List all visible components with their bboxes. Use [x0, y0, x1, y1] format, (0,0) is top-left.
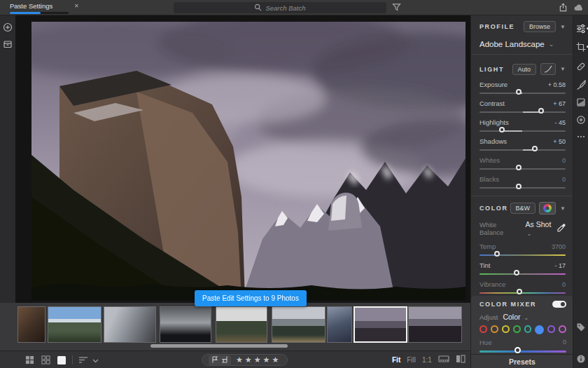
slider-value: + 67	[553, 100, 566, 107]
contrast-slider[interactable]: Contrast+ 67	[479, 100, 566, 113]
more-options-icon[interactable]	[576, 132, 586, 142]
crop-icon[interactable]	[576, 42, 586, 52]
photo-canvas	[15, 15, 470, 303]
vibrance-slider[interactable]: Vibrance0	[479, 280, 566, 294]
yellow-swatch[interactable]	[502, 325, 510, 333]
slider-thumb[interactable]	[494, 251, 500, 257]
one-to-one-button[interactable]: 1:1	[422, 356, 432, 364]
search-input[interactable]: Search Batch	[174, 2, 386, 13]
orange-swatch[interactable]	[491, 325, 498, 333]
auto-button[interactable]: Auto	[512, 64, 537, 75]
presets-button[interactable]: Presets	[471, 354, 573, 368]
filmstrip-thumbnail[interactable]	[104, 306, 156, 343]
white-balance-select[interactable]: As Shot ⌄	[526, 220, 557, 237]
sort-icon[interactable]	[78, 355, 88, 365]
info-icon[interactable]	[576, 354, 586, 364]
radial-gradient-tool-icon[interactable]	[576, 115, 586, 125]
temp-slider[interactable]: Temp3700	[479, 243, 566, 256]
filmstrip-thumbnail[interactable]	[327, 306, 352, 343]
hue-value: 0	[563, 339, 566, 346]
purple-swatch[interactable]	[547, 325, 555, 333]
chevron-down-icon[interactable]: ▼	[560, 24, 566, 30]
fill-button[interactable]: Fill	[407, 356, 416, 364]
share-icon[interactable]	[559, 3, 568, 13]
brush-icon[interactable]	[576, 80, 586, 90]
slider-thumb[interactable]	[516, 89, 522, 95]
filter-icon[interactable]	[392, 3, 401, 13]
pick-flag-icon[interactable]	[211, 356, 218, 364]
slider-thumb[interactable]	[514, 270, 519, 275]
blue-swatch[interactable]	[535, 325, 544, 334]
whites-slider[interactable]: Whites0	[479, 156, 566, 170]
reject-flag-icon[interactable]	[221, 356, 228, 364]
filmstrip	[0, 303, 470, 350]
slider-thumb[interactable]	[499, 127, 505, 132]
keyword-tag-icon[interactable]	[576, 322, 586, 332]
hue-slider-thumb[interactable]	[514, 347, 521, 353]
fit-button[interactable]: Fit	[392, 356, 400, 364]
detail-view-icon[interactable]	[57, 355, 66, 367]
filmstrip-thumbnail[interactable]	[408, 306, 462, 343]
slider-track[interactable]	[479, 168, 566, 170]
red-swatch[interactable]	[479, 325, 487, 333]
filmstrip-scrollbar[interactable]	[150, 344, 288, 348]
add-photos-icon[interactable]	[3, 22, 13, 34]
green-swatch[interactable]	[513, 325, 521, 333]
blacks-slider[interactable]: Blacks0	[479, 175, 566, 189]
tint-slider[interactable]: Tint- 17	[479, 261, 566, 275]
paste-settings-tab[interactable]: Paste Settings	[10, 2, 69, 14]
filmstrip-thumbnail[interactable]	[48, 306, 102, 343]
eyedropper-icon[interactable]	[557, 224, 566, 233]
slider-track[interactable]	[479, 292, 566, 294]
grid-view-icon[interactable]	[25, 355, 34, 366]
teal-swatch[interactable]	[524, 325, 532, 333]
bw-button[interactable]: B&W	[510, 203, 536, 214]
before-after-icon[interactable]	[456, 355, 465, 364]
highlights-slider[interactable]: Highlights- 45	[479, 118, 566, 132]
filmstrip-thumbnail-selected[interactable]	[354, 306, 407, 343]
hue-slider[interactable]	[479, 350, 566, 353]
exposure-slider[interactable]: Exposure+ 0.58	[479, 81, 566, 94]
edit-sliders-icon[interactable]	[576, 24, 586, 34]
slider-track[interactable]	[479, 187, 566, 189]
close-icon[interactable]: ✕	[74, 3, 79, 9]
chevron-down-icon[interactable]	[92, 357, 99, 364]
star-rating[interactable]: ★★★★★	[236, 355, 281, 364]
filmstrip-thumbnail[interactable]	[18, 306, 46, 343]
slider-track[interactable]	[479, 130, 566, 132]
my-photos-box-icon[interactable]	[3, 39, 13, 50]
slider-thumb[interactable]	[532, 146, 538, 151]
slider-thumb[interactable]	[538, 108, 544, 114]
adjust-mode-select[interactable]: Color ⌄	[503, 313, 528, 321]
tone-curve-button[interactable]	[540, 63, 556, 75]
slider-thumb[interactable]	[516, 165, 522, 170]
yosemite-photo	[31, 22, 465, 300]
square-grid-view-icon[interactable]	[41, 355, 50, 366]
profile-select[interactable]: Adobe Landscape ⌄	[479, 40, 566, 48]
cloud-sync-icon[interactable]	[574, 4, 584, 13]
adjust-label: Adjust	[479, 313, 498, 321]
healing-brush-icon[interactable]	[576, 62, 586, 71]
mixer-toggle[interactable]	[552, 301, 566, 308]
color-wheel-button[interactable]	[539, 202, 556, 214]
slider-track[interactable]	[479, 254, 566, 256]
slider-track[interactable]	[479, 273, 566, 275]
browse-button[interactable]: Browse	[524, 21, 556, 32]
paste-edit-settings-button[interactable]: Paste Edit Settings to 9 Photos	[195, 290, 307, 306]
filmstrip-thumbnail[interactable]	[272, 306, 326, 343]
slider-track[interactable]	[479, 93, 566, 94]
filmstrip-thumbnail[interactable]	[216, 306, 267, 343]
filmstrip-thumbnail[interactable]	[160, 306, 211, 343]
linear-gradient-tool-icon[interactable]	[576, 97, 586, 107]
slider-thumb[interactable]	[517, 289, 522, 294]
filmstrip-toggle-icon[interactable]	[438, 355, 449, 364]
magenta-swatch[interactable]	[559, 325, 566, 333]
chevron-down-icon[interactable]: ▼	[560, 205, 566, 212]
shadows-slider[interactable]: Shadows+ 50	[479, 137, 566, 151]
slider-label: Blacks	[479, 175, 499, 183]
chevron-down-icon[interactable]: ▼	[560, 66, 566, 72]
slider-value: 0	[562, 281, 566, 288]
slider-thumb[interactable]	[516, 184, 522, 189]
slider-track[interactable]	[479, 111, 566, 113]
slider-track[interactable]	[479, 149, 566, 151]
